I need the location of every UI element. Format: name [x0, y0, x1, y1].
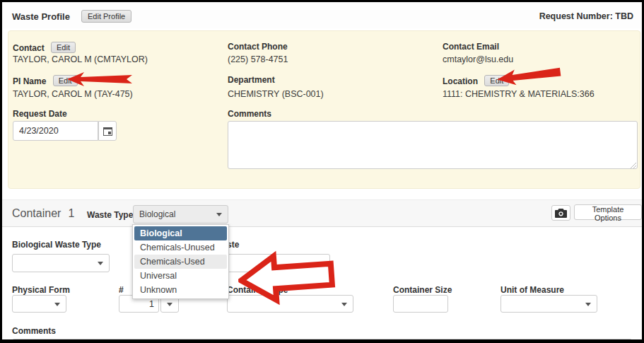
top-bar: Waste Profile Edit Profile Request Numbe… [2, 2, 642, 28]
pi-name-edit-button[interactable]: Edit [53, 75, 78, 86]
contact-edit-button[interactable]: Edit [51, 42, 76, 53]
physical-form-label: Physical Form [12, 285, 70, 295]
request-date-label: Request Date [13, 109, 67, 119]
container-type-label: Container Type [227, 285, 288, 295]
container-comments-label: Comments [12, 326, 56, 336]
container-comments-textarea[interactable] [12, 339, 632, 343]
dropdown-option-biological[interactable]: Biological [134, 226, 227, 240]
contact-label: Contact [13, 43, 45, 53]
camera-button[interactable] [551, 205, 570, 221]
waste-type-label: Waste Type [87, 210, 133, 220]
contact-value: TAYLOR, CAROL M (CMTAYLOR) [13, 54, 148, 64]
num-containers-label-fragment: # [119, 285, 124, 295]
unit-of-measure-label: Unit of Measure [500, 285, 564, 295]
biological-waste-type-label: Biological Waste Type [12, 240, 101, 250]
date-picker-button[interactable] [98, 121, 117, 141]
chevron-down-icon [98, 262, 103, 265]
dropdown-option-universal[interactable]: Universal [134, 269, 227, 283]
edit-profile-button[interactable]: Edit Profile [81, 10, 131, 23]
chevron-down-icon [167, 303, 172, 306]
chevron-down-icon [341, 303, 347, 306]
biological-waste-type-select[interactable] [12, 254, 110, 272]
contact-email-value: cmtaylor@lsu.edu [443, 54, 513, 64]
waste-type-select[interactable]: Biological [133, 205, 228, 223]
location-edit-button[interactable]: Edit [484, 75, 509, 86]
chevron-down-icon [585, 303, 591, 306]
container-type-select[interactable] [227, 295, 353, 313]
calendar-icon [103, 127, 112, 136]
department-value: CHEMISTRY (BSC-001) [228, 89, 324, 99]
container-number: 1 [68, 207, 74, 219]
waste-type-dropdown-popup: Biological Chemicals-Unused Chemicals-Us… [132, 224, 229, 299]
waste-type-selected-value: Biological [139, 209, 175, 219]
profile-panel: Contact Edit TAYLOR, CAROL M (CMTAYLOR) … [8, 30, 640, 189]
dropdown-option-chemicals-unused[interactable]: Chemicals-Unused [134, 240, 227, 255]
pi-name-label: PI Name [13, 76, 46, 86]
location-value: 1111: CHEMISTRY & MATERIALS:366 [443, 89, 595, 99]
container-size-input[interactable] [393, 295, 448, 313]
pi-name-value: TAYLOR, CAROL M (TAY-475) [13, 89, 133, 99]
container-title: Container1 [12, 207, 74, 220]
profile-comments-label: Comments [228, 109, 271, 119]
contact-phone-label: Contact Phone [228, 42, 288, 52]
request-date-input[interactable] [13, 121, 98, 141]
dropdown-option-unknown[interactable]: Unknown [134, 283, 227, 297]
page-title: Waste Profile [12, 11, 70, 22]
physical-form-select[interactable] [12, 295, 66, 313]
chevron-down-icon [216, 213, 222, 216]
request-number: Request Number: TBD [539, 11, 633, 21]
location-label: Location [443, 76, 478, 86]
dropdown-option-chemicals-used[interactable]: Chemicals-Used [134, 255, 227, 269]
request-number-label: Request Number: [539, 11, 613, 21]
template-options-button[interactable]: Template Options [574, 204, 642, 220]
department-label: Department [228, 75, 275, 85]
profile-comments-textarea[interactable] [228, 121, 638, 169]
request-number-value: TBD [615, 11, 633, 21]
camera-icon [555, 209, 567, 218]
container-size-label: Container Size [393, 285, 452, 295]
waste-profile-page: Waste Profile Edit Profile Request Numbe… [0, 0, 644, 343]
contact-phone-value: (225) 578-4751 [228, 54, 288, 64]
contact-email-label: Contact Email [443, 42, 499, 52]
container-header: Container1 Waste Type Biological Templat… [2, 199, 642, 227]
middle-field-input[interactable] [227, 254, 330, 272]
unit-of-measure-select[interactable] [500, 295, 597, 313]
chevron-down-icon [54, 303, 60, 306]
